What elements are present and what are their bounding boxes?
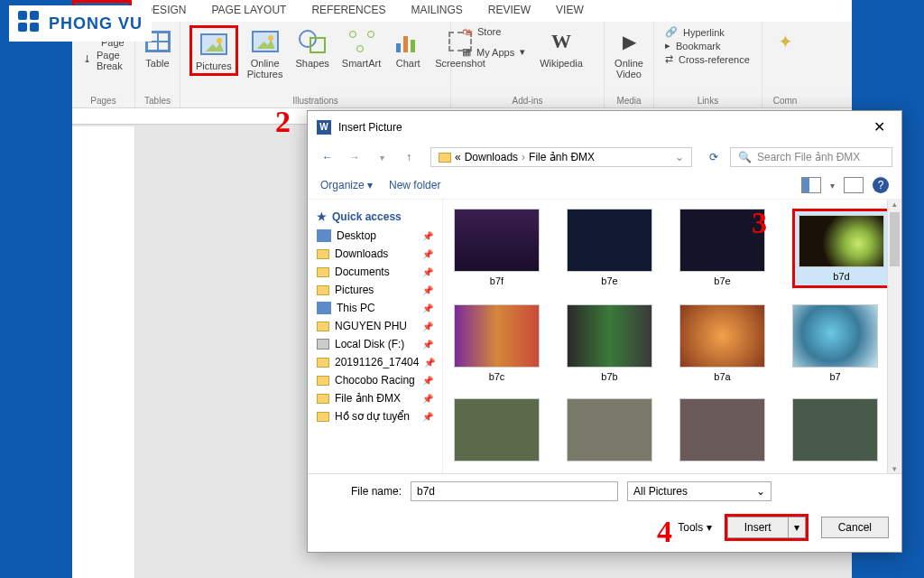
nav-forward-button[interactable]: → [344, 146, 365, 168]
sidebar-item[interactable]: Downloads📌 [311, 245, 439, 263]
wikipedia-icon: W [547, 27, 576, 56]
chart-icon [396, 31, 420, 52]
shapes-icon [299, 30, 326, 53]
online-pictures-button[interactable]: Online Pictures [244, 25, 287, 81]
tools-dropdown[interactable]: Tools ▾ [678, 521, 711, 534]
file-thumbnail[interactable]: b7f [454, 209, 540, 288]
annotation-4: 4 [657, 515, 672, 549]
close-button[interactable]: ✕ [866, 117, 892, 137]
folder-icon [439, 153, 451, 163]
nav-up-button[interactable]: ↑ [398, 146, 420, 168]
pictures-icon [200, 33, 227, 55]
dialog-footer-row1: File name: All Pictures⌄ [308, 473, 901, 508]
group-label-tables: Tables [144, 96, 171, 106]
crumb-current[interactable]: File ảnh ĐMX [529, 151, 595, 163]
group-label-comments: Comn [772, 96, 799, 106]
page-break-button[interactable]: ⤓Page Break [81, 49, 125, 72]
smartart-icon [349, 31, 374, 52]
tab-review[interactable]: REVIEW [476, 0, 543, 22]
dialog-title: Insert Picture [338, 121, 402, 134]
new-folder-button[interactable]: New folder [389, 179, 440, 191]
scroll-thumb[interactable] [890, 212, 900, 266]
file-thumbnail[interactable] [454, 398, 540, 461]
crossref-button[interactable]: ⇄Cross-reference [663, 52, 753, 66]
file-thumbnail[interactable] [567, 398, 652, 461]
tab-references[interactable]: REFERENCES [299, 0, 398, 22]
wikipedia-button[interactable]: W Wikipedia [536, 25, 587, 70]
file-thumbnail[interactable] [679, 398, 765, 461]
page-margin [72, 126, 135, 578]
file-type-filter[interactable]: All Pictures⌄ [627, 481, 772, 501]
file-grid: b7fb7eb7eb7d b7cb7bb7ab7 [443, 200, 887, 473]
tab-page-layout[interactable]: PAGE LAYOUT [199, 0, 299, 22]
comment-icon: ✦ [771, 27, 799, 56]
sidebar-item[interactable]: 20191126_17404📌 [311, 353, 439, 371]
preview-pane-button[interactable] [844, 177, 864, 193]
sidebar-item[interactable]: Hồ sơ dự tuyển📌 [311, 407, 439, 425]
video-icon: ▶ [614, 27, 643, 56]
store-button[interactable]: 🛍Store [460, 25, 527, 38]
sidebar-item[interactable]: Chocobo Racing📌 [311, 371, 439, 389]
group-label-addins: Add-ins [460, 96, 595, 106]
online-pictures-icon [252, 31, 279, 52]
dialog-footer-row2: Tools ▾ Insert ▾ Cancel [308, 508, 901, 552]
quick-access-header[interactable]: ★Quick access [311, 207, 439, 227]
insert-button[interactable]: Insert ▾ [725, 514, 808, 541]
insert-dropdown-arrow[interactable]: ▾ [788, 517, 806, 538]
search-icon: 🔍 [738, 151, 752, 163]
sidebar-nav: ★Quick access Desktop📌Downloads📌Document… [308, 200, 443, 473]
logo-text: PHONG VU [49, 14, 143, 33]
file-thumbnail[interactable]: b7 [792, 304, 878, 382]
crumb-downloads[interactable]: Downloads [465, 151, 518, 163]
tab-mailings[interactable]: MAILINGS [398, 0, 475, 22]
nav-back-button[interactable]: ← [317, 146, 338, 168]
file-thumbnail[interactable]: b7c [454, 304, 540, 382]
insert-picture-dialog: W Insert Picture ✕ ← → ▾ ↑ « Downloads ›… [307, 110, 902, 553]
file-thumbnail[interactable]: b7e [567, 209, 652, 288]
group-label-media: Media [614, 96, 644, 106]
comments-button[interactable]: ✦ [772, 25, 799, 58]
file-thumbnail[interactable]: b7a [679, 304, 765, 382]
my-apps-button[interactable]: ▦My Apps ▾ [460, 45, 527, 59]
scrollbar[interactable]: ▴ ▾ [887, 200, 901, 473]
cancel-button[interactable]: Cancel [821, 517, 889, 538]
logo-mark [18, 11, 43, 36]
chart-button[interactable]: Chart [390, 25, 426, 70]
ribbon-tabs: NSERT DESIGN PAGE LAYOUT REFERENCES MAIL… [72, 0, 852, 22]
sidebar-item[interactable]: This PC📌 [311, 299, 439, 317]
tab-view[interactable]: VIEW [543, 0, 596, 22]
smartart-button[interactable]: SmartArt [338, 25, 384, 70]
group-label-links: Links [663, 96, 753, 106]
sidebar-item[interactable]: Documents📌 [311, 263, 439, 281]
filename-label: File name: [320, 485, 402, 498]
sidebar-item[interactable]: NGUYEN PHU📌 [311, 317, 439, 335]
word-app-icon: W [317, 120, 331, 135]
breadcrumb[interactable]: « Downloads › File ảnh ĐMX ⌄ [430, 147, 692, 167]
bookmark-button[interactable]: ▸Bookmark [663, 39, 753, 52]
pictures-button[interactable]: Pictures [189, 25, 238, 76]
sidebar-item[interactable]: Desktop📌 [311, 227, 439, 245]
file-thumbnail[interactable]: b7b [567, 304, 652, 382]
brand-logo: PHONG VU [9, 5, 152, 42]
online-video-button[interactable]: ▶ Online Video [614, 25, 644, 81]
organize-button[interactable]: Organize ▾ [320, 179, 373, 191]
sidebar-item[interactable]: Local Disk (F:)📌 [311, 335, 439, 353]
dialog-titlebar: W Insert Picture ✕ [308, 111, 901, 143]
file-thumbnail[interactable] [792, 398, 878, 461]
ribbon-body: 📄Blank Page ⤓Page Break Pages Table Tabl… [72, 22, 852, 108]
view-mode-button[interactable] [801, 177, 821, 193]
sidebar-item[interactable]: Pictures📌 [311, 281, 439, 299]
word-application-window: NSERT DESIGN PAGE LAYOUT REFERENCES MAIL… [72, 0, 852, 578]
search-input[interactable]: 🔍 Search File ảnh ĐMX [730, 147, 892, 167]
sidebar-item[interactable]: File ảnh ĐMX📌 [311, 389, 439, 407]
annotation-2: 2 [275, 105, 291, 139]
help-button[interactable]: ? [873, 177, 889, 193]
hyperlink-button[interactable]: 🔗Hyperlink [663, 25, 753, 39]
nav-dropdown[interactable]: ▾ [371, 146, 393, 168]
file-thumbnail[interactable]: b7d [792, 209, 887, 288]
group-label-pages: Pages [81, 96, 125, 106]
filename-input[interactable] [411, 481, 618, 501]
annotation-3: 3 [752, 206, 767, 240]
shapes-button[interactable]: Shapes [292, 25, 333, 70]
refresh-button[interactable]: ⟳ [703, 146, 725, 168]
